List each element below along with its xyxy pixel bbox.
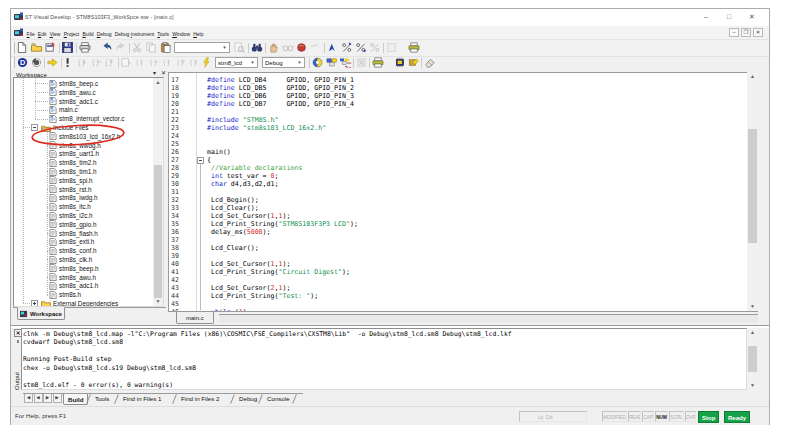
find-combo[interactable]: ▾	[174, 42, 230, 53]
find-next-button[interactable]	[234, 42, 246, 54]
output-tabs-next-button[interactable]: ▶	[43, 393, 52, 403]
build-output-log[interactable]: clnk -m Debug\stm8_lcd.map -l"C:\Program…	[21, 328, 747, 390]
scroll-thumb[interactable]	[154, 165, 162, 298]
editor-vertical-scrollbar[interactable]: ▲▼	[747, 72, 758, 311]
workspace-tree-scrollbar[interactable]: ▲▼	[153, 78, 163, 306]
scroll-thumb[interactable]	[748, 346, 757, 372]
menu-debug[interactable]: Debug	[95, 26, 113, 37]
config-combo-arrow[interactable]: ▾	[296, 58, 303, 67]
tree-item-stm8s-beep-h[interactable]: stm8s_beep.h	[14, 264, 163, 273]
tree-item-stm8s-i2c-h[interactable]: stm8s_i2c.h	[14, 211, 163, 220]
goto-next-button[interactable]	[355, 42, 367, 54]
stop-build-button[interactable]	[356, 57, 368, 69]
menu-window[interactable]: Window	[171, 26, 192, 37]
step-instr-4-button[interactable]: ()	[175, 57, 187, 69]
menu-debug-instrument[interactable]: Debug instrument	[113, 26, 156, 37]
cut-button[interactable]	[132, 42, 144, 54]
tree-item-stm8s-adc1-c[interactable]: stm8s_adc1.c	[14, 97, 163, 106]
tree-item-stm8-interrupt-vector-c[interactable]: stm8_interrupt_vector.c	[14, 114, 163, 123]
quick-watch-button[interactable]: “”	[310, 42, 322, 54]
tree-item-stm8s-uart1-h[interactable]: stm8s_uart1.h	[14, 149, 163, 158]
scroll-up-arrow[interactable]: ▲	[747, 328, 758, 337]
output-tab-tools[interactable]: Tools	[91, 393, 113, 405]
print-button[interactable]	[79, 42, 91, 54]
tree-item-stm8s-itc-h[interactable]: stm8s_itc.h	[14, 202, 163, 211]
mdi-close-button[interactable]: ✕	[753, 28, 763, 37]
mdi-minimize-button[interactable]: –	[729, 28, 739, 37]
tree-item-stm8s-tim2-h[interactable]: stm8s_tim2.h	[14, 158, 163, 167]
minimize-button[interactable]: –	[700, 11, 712, 23]
output-tab-find-in-files-2[interactable]: Find in Files 2	[177, 393, 224, 405]
tree-item-stm8s-conf-h[interactable]: stm8s_conf.h	[14, 246, 163, 255]
tree-item-stm8s-spi-h[interactable]: stm8s_spi.h	[14, 176, 163, 185]
scroll-up-arrow[interactable]: ▲	[747, 72, 758, 81]
tree-item-stm8s-tim1-h[interactable]: stm8s_tim1.h	[14, 167, 163, 176]
menu-help[interactable]: Help	[192, 26, 206, 37]
next-bookmark-button[interactable]	[282, 42, 294, 54]
tree-item-stm8s-clk-h[interactable]: stm8s_clk.h	[14, 255, 163, 264]
light-prog-button[interactable]	[407, 57, 419, 69]
output-vertical-scrollbar[interactable]: ▲▼	[747, 328, 758, 390]
tree-item-stm8s-adc1-h[interactable]: stm8s_adc1.h	[14, 281, 163, 290]
goto-prev-button[interactable]	[369, 42, 381, 54]
copy-button[interactable]	[146, 42, 158, 54]
tree-item-stm8s-rst-h[interactable]: stm8s_rst.h	[14, 185, 163, 194]
tree-item-stm8s-flash-h[interactable]: stm8s_flash.h	[14, 229, 163, 238]
scroll-up-arrow[interactable]: ▲	[153, 78, 163, 87]
scroll-thumb[interactable]	[748, 129, 757, 243]
tree-item-stm8s103-lcd-16x2-h[interactable]: stm8s103_lcd_16x2.h	[14, 132, 163, 141]
breakpoints-button[interactable]	[202, 57, 214, 69]
undo-button[interactable]	[101, 42, 113, 54]
step-instr-5-button[interactable]: ()	[188, 57, 200, 69]
output-tabs-prev-button[interactable]: ◀	[34, 393, 43, 403]
scroll-down-arrow[interactable]: ▼	[747, 381, 758, 390]
project-combo-arrow[interactable]: ▾	[249, 58, 256, 67]
goto-reference-button[interactable]	[341, 42, 353, 54]
find-combo-arrow[interactable]: ▾	[221, 43, 228, 52]
project-combo[interactable]: stm8_lcd▾	[215, 57, 258, 68]
tree-item-stm8s-beep-c[interactable]: stm8s_beep.c	[14, 79, 163, 88]
erase-chip-button[interactable]	[424, 57, 436, 69]
batch-build-button[interactable]	[372, 57, 384, 69]
redo-button[interactable]	[115, 42, 127, 54]
tree-item-include-files[interactable]: Include Files	[14, 123, 163, 132]
insert-breakpoint-button[interactable]	[296, 42, 308, 54]
output-tabs-last-button[interactable]: ▶	[53, 393, 62, 403]
mdi-restore-button[interactable]: ❐	[741, 28, 751, 37]
save-button[interactable]	[62, 42, 74, 54]
tree-item-stm8s-gpio-h[interactable]: stm8s_gpio.h	[14, 220, 163, 229]
menu-tools[interactable]: Tools	[156, 26, 171, 37]
goto-definition-button[interactable]	[327, 42, 339, 54]
output-tab-build[interactable]: Build	[63, 393, 88, 405]
new-file-button[interactable]	[17, 42, 29, 54]
menu-project[interactable]: Project	[62, 26, 81, 37]
open-file-button[interactable]	[31, 42, 43, 54]
rebuild-all-button[interactable]	[339, 57, 351, 69]
find-in-files-button[interactable]	[251, 42, 263, 54]
compile-button[interactable]	[312, 57, 324, 69]
tree-item-stm8s-wwdg-h[interactable]: stm8s_wwdg.h	[14, 141, 163, 150]
close-button[interactable]: ✕	[746, 11, 758, 23]
tree-item-stm8s-awu-h[interactable]: stm8s_awu.h	[14, 273, 163, 282]
program-chip-button[interactable]	[394, 57, 406, 69]
config-combo[interactable]: Debug▾	[262, 57, 305, 68]
tree-expander-minus[interactable]	[31, 124, 38, 131]
status-ready-button[interactable]: Ready	[724, 411, 750, 423]
tree-item-main-c[interactable]: main.c	[14, 105, 163, 114]
code-editor[interactable]: 17#define LCD_DB4 GPIOD, GPIO_PIN_118#de…	[168, 72, 747, 311]
toggle-bookmark-button[interactable]	[268, 42, 280, 54]
tree-item-stm8s-iwdg-h[interactable]: stm8s_iwdg.h	[14, 193, 163, 202]
menu-view[interactable]: View	[48, 26, 62, 37]
menu-edit[interactable]: Edit	[36, 26, 48, 37]
maximize-button[interactable]: □	[723, 11, 735, 23]
output-tabs-first-button[interactable]: ◀	[24, 393, 33, 403]
new-document-button[interactable]	[45, 42, 57, 54]
tree-item-stm8s-exti-h[interactable]: stm8s_exti.h	[14, 237, 163, 246]
window-list-button[interactable]	[386, 42, 398, 54]
print-setup-button[interactable]	[408, 42, 420, 54]
tree-expander-plus[interactable]	[31, 300, 38, 307]
tree-item-stm8s-awu-c[interactable]: stm8s_awu.c	[14, 88, 163, 97]
scroll-down-arrow[interactable]: ▼	[153, 297, 163, 306]
output-tab-find-in-files-1[interactable]: Find in Files 1	[119, 393, 166, 405]
scroll-down-arrow[interactable]: ▼	[747, 302, 758, 311]
